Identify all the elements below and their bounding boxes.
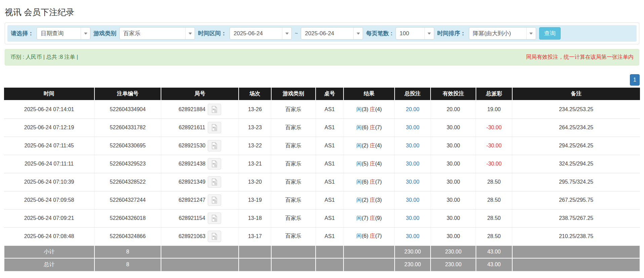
player-result: 闲	[356, 197, 362, 203]
remark-cell: 210.25/238.75	[512, 227, 640, 245]
table-row: 2025-06-24 07:10:39 522604328522 6289213…	[4, 173, 640, 191]
player-score: (7)	[362, 215, 368, 221]
chevron-down-icon	[282, 28, 291, 39]
col-result: 结果	[344, 88, 394, 100]
game-type-cell: 百家乐	[271, 191, 316, 209]
valid-bet-cell: 30.00	[431, 119, 476, 137]
total-bet-cell: 30.00	[395, 191, 431, 209]
query-type-select[interactable]: 日期查询	[37, 27, 90, 40]
date-from-select[interactable]: 2025-06-24	[230, 27, 292, 40]
round-no-value: 628921530	[178, 143, 205, 149]
video-replay-button[interactable]	[208, 194, 221, 206]
total-bet-cell: 30.00	[395, 227, 431, 245]
total-bet-link[interactable]: 30.00	[406, 125, 419, 130]
video-document-icon	[210, 105, 218, 113]
video-replay-button[interactable]	[208, 158, 221, 170]
session-cell: 13-19	[239, 191, 271, 209]
session-cell: 13-23	[239, 119, 271, 137]
table-row: 2025-06-24 07:08:48 522604324866 6289210…	[4, 227, 640, 245]
time-cell: 2025-06-24 07:09:21	[4, 209, 94, 227]
result-cell: 闲(6) 庄(7)	[344, 119, 394, 137]
total-bet-link[interactable]: 20.00	[406, 106, 419, 112]
session-cell: 13-17	[239, 227, 271, 245]
total-bet-link[interactable]: 30.00	[406, 143, 419, 148]
table-row: 2025-06-24 07:09:21 522604326018 6289211…	[4, 209, 640, 227]
player-result: 闲	[356, 233, 362, 239]
round-no-cell: 628921247	[161, 191, 239, 209]
total-bet-link[interactable]: 30.00	[406, 179, 419, 185]
sort-order-select[interactable]: 降冪(由大到小)	[469, 27, 536, 40]
time-cell: 2025-06-24 07:11:45	[4, 137, 94, 155]
round-no-value: 628921247	[178, 197, 205, 203]
total-bet-link[interactable]: 30.00	[406, 215, 419, 221]
player-result: 闲	[356, 161, 362, 167]
game-type-cell: 百家乐	[271, 100, 316, 119]
player-result: 闲	[356, 143, 362, 148]
video-replay-button[interactable]	[208, 104, 221, 115]
time-cell: 2025-06-24 07:08:48	[4, 227, 94, 245]
subtotal-valid-bet: 230.00	[431, 245, 476, 258]
banker-score: (7)	[375, 125, 382, 130]
date-to-select[interactable]: 2025-06-24	[301, 27, 363, 40]
game-type-select[interactable]: 百家乐	[119, 27, 195, 40]
player-score: (6)	[362, 179, 368, 185]
valid-bet-cell: 30.00	[431, 209, 476, 227]
bet-no-cell: 522604331782	[94, 119, 161, 137]
total-bet-cell: 30.00	[395, 173, 431, 191]
video-document-icon	[210, 124, 218, 132]
payout-cell: 19.00	[476, 100, 512, 119]
total-bet-link[interactable]: 30.00	[406, 197, 419, 203]
total-valid-bet: 230.00	[431, 258, 476, 271]
game-type-cell: 百家乐	[271, 173, 316, 191]
col-remark: 备注	[512, 88, 640, 100]
video-replay-button[interactable]	[208, 140, 221, 151]
result-cell: 闲(6) 庄(7)	[344, 227, 394, 245]
video-replay-button[interactable]	[208, 122, 221, 133]
subtotal-row: 小计 8 230.00 230.00 43.00	[4, 245, 640, 258]
round-no-value: 628921063	[178, 233, 205, 239]
col-game-type: 游戏类别	[271, 88, 316, 100]
video-replay-button[interactable]	[208, 213, 221, 224]
chevron-down-icon	[353, 28, 363, 39]
round-no-cell: 628921154	[161, 209, 239, 227]
banker-result: 庄	[370, 143, 375, 148]
video-document-icon	[210, 178, 218, 186]
subtotal-count: 8	[94, 245, 161, 258]
total-payout: 43.00	[476, 258, 512, 271]
result-cell: 闲(7) 庄(9)	[344, 209, 394, 227]
banker-score: (3)	[375, 197, 382, 203]
pagination: 1	[5, 74, 640, 86]
search-button[interactable]: 查询	[539, 27, 561, 40]
bet-no-cell: 522604334904	[94, 100, 161, 119]
page-size-select[interactable]: 100	[396, 27, 434, 40]
banker-result: 庄	[370, 106, 375, 112]
session-cell: 13-26	[239, 100, 271, 119]
player-result: 闲	[356, 215, 362, 221]
pagination-page-1[interactable]: 1	[630, 74, 640, 86]
remark-cell: 294.25/264.25	[512, 137, 640, 155]
total-bet-cell: 30.00	[395, 155, 431, 173]
col-bet-no: 注单编号	[94, 88, 161, 100]
session-cell: 13-20	[239, 173, 271, 191]
video-replay-button[interactable]	[208, 231, 221, 242]
valid-bet-cell: 20.00	[431, 100, 476, 119]
total-bet-link[interactable]: 30.00	[406, 161, 419, 167]
video-replay-button[interactable]	[208, 176, 221, 188]
player-score: (6)	[362, 125, 368, 130]
time-cell: 2025-06-24 07:09:58	[4, 191, 94, 209]
game-type-cell: 百家乐	[271, 137, 316, 155]
col-payout: 总派彩	[476, 88, 512, 100]
bet-no-cell: 522604326018	[94, 209, 161, 227]
payout-cell: 28.50	[476, 173, 512, 191]
video-document-icon	[210, 214, 218, 222]
round-no-value: 628921349	[178, 179, 205, 185]
round-no-cell: 628921063	[161, 227, 239, 245]
game-type-cell: 百家乐	[271, 209, 316, 227]
game-type-value: 百家乐	[120, 30, 185, 37]
payout-cell: 28.50	[476, 227, 512, 245]
total-bet-link[interactable]: 30.00	[406, 233, 419, 239]
remark-cell: 267.25/295.75	[512, 191, 640, 209]
table-no-cell: AS1	[316, 100, 344, 119]
total-bet-cell: 20.00	[395, 100, 431, 119]
subtotal-total-bet: 230.00	[395, 245, 431, 258]
